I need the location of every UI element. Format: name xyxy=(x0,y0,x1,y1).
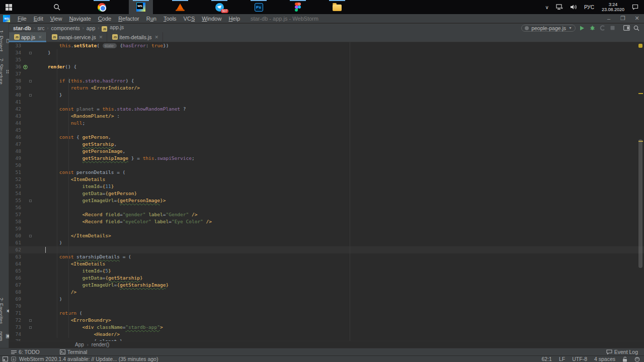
menu-refactor[interactable]: Refactor xyxy=(115,16,143,22)
code-line-66[interactable]: 66 getData={getStarship} xyxy=(9,275,644,282)
line-number[interactable]: 39 xyxy=(9,84,22,92)
menu-window[interactable]: Window xyxy=(198,16,225,22)
event-log-button[interactable]: Event Log xyxy=(606,349,638,355)
code-line-35[interactable]: 35 xyxy=(9,56,644,63)
code-line-74[interactable]: 74 <Header/> xyxy=(9,331,644,338)
line-number[interactable]: 37 xyxy=(9,70,22,77)
code-line-43[interactable]: 43 <RandomPlanet/> : xyxy=(9,113,644,120)
line-number[interactable]: 52 xyxy=(9,176,22,183)
code-text[interactable]: <RandomPlanet/> : xyxy=(36,113,120,120)
code-line-39[interactable]: 39 return <ErrorIndicator/> xyxy=(9,84,644,92)
line-number[interactable]: 55 xyxy=(9,197,22,204)
taskbar-app-telegram[interactable]: 507 xyxy=(207,0,231,14)
line-number[interactable]: 61 xyxy=(9,239,22,246)
language-indicator[interactable]: РУС xyxy=(582,0,597,14)
line-number[interactable]: 67 xyxy=(9,282,22,289)
close-tab-icon[interactable]: ✕ xyxy=(99,35,103,40)
code-line-36[interactable]: 36 render() { xyxy=(9,63,644,70)
menu-help[interactable]: Help xyxy=(225,16,244,22)
menu-edit[interactable]: Edit xyxy=(30,16,47,22)
code-line-57[interactable]: 57 <Record field="gender" label="Gender"… xyxy=(9,211,644,218)
line-number[interactable]: 68 xyxy=(9,289,22,296)
code-text[interactable]: <Record field="gender" label="Gender" /> xyxy=(36,211,197,218)
todo-toolwindow-button[interactable]: 6: TODO xyxy=(11,349,40,355)
line-number[interactable]: 41 xyxy=(9,99,22,106)
code-text[interactable]: getImageUrl={getStarshipImage} xyxy=(36,282,169,289)
code-line-49[interactable]: 49 getStarshipImage } = this.swapiServic… xyxy=(9,155,644,162)
line-number[interactable]: 74 xyxy=(9,331,22,338)
code-line-48[interactable]: 48 getPersonImage, xyxy=(9,148,644,155)
line-number[interactable]: 46 xyxy=(9,134,22,141)
tray-chevron-icon[interactable]: ∨ xyxy=(543,0,551,14)
scrollbar-thumb[interactable] xyxy=(638,139,642,268)
code-line-51[interactable]: 51 const personDetails = ( xyxy=(9,169,644,176)
line-number[interactable]: 57 xyxy=(9,211,22,218)
file-encoding[interactable]: UTF-8 xyxy=(572,356,587,362)
line-number[interactable]: 59 xyxy=(9,225,22,232)
line-number[interactable]: 63 xyxy=(9,253,22,260)
code-text[interactable]: return <ErrorIndicator/> xyxy=(36,84,140,92)
line-number[interactable]: 47 xyxy=(9,141,22,148)
line-number[interactable]: 35 xyxy=(9,56,22,63)
start-button[interactable] xyxy=(0,0,17,14)
fold-marker[interactable] xyxy=(29,80,32,82)
editor-breadcrumb-App[interactable]: App xyxy=(73,342,86,347)
line-number[interactable]: 43 xyxy=(9,113,22,120)
code-line-69[interactable]: 69 ) xyxy=(9,296,644,303)
indent-setting[interactable]: 4 spaces xyxy=(594,356,615,362)
code-text[interactable]: const personDetails = ( xyxy=(36,169,125,176)
code-editor[interactable]: 33 this.setState( state: {hasError: true… xyxy=(9,42,644,341)
code-line-73[interactable]: 73 <div className="stardb-app"> xyxy=(9,324,644,331)
code-line-62[interactable]: 62 xyxy=(9,246,644,253)
taskbar-search-button[interactable] xyxy=(48,0,65,14)
line-number[interactable]: 40 xyxy=(9,92,22,99)
breadcrumb-app[interactable]: app xyxy=(86,25,97,31)
code-line-50[interactable]: 50 xyxy=(9,162,644,169)
breadcrumb-star-db[interactable]: star-db xyxy=(12,25,32,31)
line-number[interactable]: 70 xyxy=(9,303,22,310)
code-line-53[interactable]: 53 itemId={11} xyxy=(9,183,644,190)
close-tab-icon[interactable]: ✕ xyxy=(154,35,158,40)
line-number[interactable]: 44 xyxy=(9,120,22,127)
code-line-68[interactable]: 68 /> xyxy=(9,289,644,296)
code-text[interactable]: getImageUrl={getPersonImage}> xyxy=(36,197,166,204)
code-text[interactable]: } xyxy=(36,92,62,99)
code-text[interactable]: itemId={5} xyxy=(36,267,111,275)
close-button[interactable]: ✕ xyxy=(630,14,644,23)
code-text[interactable]: getData={getStarship} xyxy=(36,275,143,282)
menu-code[interactable]: Code xyxy=(95,16,115,22)
search-everywhere-icon[interactable] xyxy=(633,25,640,32)
taskbar-app-figma[interactable] xyxy=(286,0,310,14)
stop-button[interactable] xyxy=(609,25,616,32)
code-line-44[interactable]: 44 null; xyxy=(9,120,644,127)
line-number[interactable]: 36 xyxy=(9,63,22,70)
fold-marker[interactable] xyxy=(29,200,32,202)
volume-icon[interactable] xyxy=(568,0,580,14)
error-stripe[interactable] xyxy=(637,42,644,341)
highlighting-level-icon[interactable] xyxy=(634,356,640,362)
code-text[interactable]: </ItemDetails> xyxy=(36,232,111,239)
code-text[interactable]: <ErrorBoundry> xyxy=(36,317,111,324)
line-number[interactable]: 66 xyxy=(9,275,22,282)
code-line-41[interactable]: 41 xyxy=(9,99,644,106)
code-line-65[interactable]: 65 itemId={5} xyxy=(9,267,644,275)
code-line-37[interactable]: 37 xyxy=(9,70,644,77)
inspections-indicator[interactable] xyxy=(638,44,642,48)
breadcrumb-components[interactable]: components xyxy=(50,25,81,31)
terminal-toolwindow-button[interactable]: Terminal xyxy=(60,349,88,355)
code-line-34[interactable]: 34 } xyxy=(9,49,644,56)
line-number[interactable]: 51 xyxy=(9,169,22,176)
code-line-46[interactable]: 46 const { getPerson, xyxy=(9,134,644,141)
line-number[interactable]: 65 xyxy=(9,267,22,275)
fold-marker[interactable] xyxy=(29,326,32,329)
code-line-60[interactable]: 60 </ItemDetails> xyxy=(9,232,644,239)
code-text[interactable]: this.setState( state: {hasError: true}) xyxy=(36,42,169,49)
code-line-67[interactable]: 67 getImageUrl={getStarshipImage} xyxy=(9,282,644,289)
code-text[interactable]: <div className="stardb-app"> xyxy=(36,324,163,331)
run-configuration-select[interactable]: people-page.js ▼ xyxy=(521,25,576,32)
line-number[interactable]: 60 xyxy=(9,232,22,239)
menu-run[interactable]: Run xyxy=(143,16,160,22)
tab-item-details.js[interactable]: JSitem-details.js✕ xyxy=(107,32,163,42)
line-number[interactable]: 64 xyxy=(9,260,22,267)
action-center-icon[interactable] xyxy=(629,0,641,14)
